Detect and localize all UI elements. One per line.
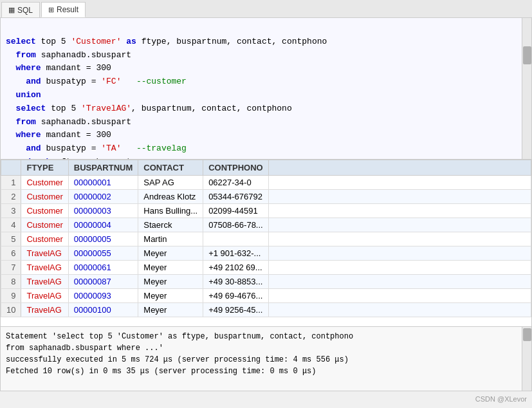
status-line4: Fetched 10 row(s) in 0 ms 35 μs (server … bbox=[6, 367, 316, 376]
cell-buspartnum: 00000087 bbox=[68, 275, 138, 289]
cell-contact: Meyer bbox=[138, 289, 203, 303]
status-scrollbar-thumb bbox=[523, 328, 531, 341]
cell-ftype: Customer bbox=[21, 218, 68, 232]
cell-ftype: Customer bbox=[21, 190, 68, 204]
table-row: 9TravelAG00000093Meyer+49 69-4676... bbox=[1, 289, 531, 303]
cell-row-num: 9 bbox=[1, 289, 21, 303]
result-table: FTYPE BUSPARTNUM CONTACT CONTPHONO 1Cust… bbox=[1, 160, 531, 317]
status-pane: Statement 'select top 5 'Customer' as ft… bbox=[0, 327, 532, 391]
status-scrollbar[interactable] bbox=[522, 327, 531, 391]
cell-ftype: Customer bbox=[21, 204, 68, 218]
cell-ftype: TravelAG bbox=[21, 261, 68, 275]
cell-buspartnum: 00000004 bbox=[68, 218, 138, 232]
cell-contphono bbox=[203, 232, 269, 246]
cell-contact: Andreas Klotz bbox=[138, 190, 203, 204]
table-row: 3Customer00000003Hans Bulling...02099-44… bbox=[1, 204, 531, 218]
cell-buspartnum: 00000093 bbox=[68, 289, 138, 303]
sql-scrollbar-thumb bbox=[523, 46, 531, 64]
cell-extra bbox=[268, 190, 531, 204]
cell-contact: Meyer bbox=[138, 246, 203, 261]
cell-row-num: 4 bbox=[1, 218, 21, 232]
cell-row-num: 7 bbox=[1, 261, 21, 275]
cell-extra bbox=[268, 218, 531, 232]
sql-scrollbar[interactable] bbox=[522, 18, 531, 159]
cell-extra bbox=[268, 204, 531, 218]
sql-editor[interactable]: select top 5 'Customer' as ftype, buspar… bbox=[0, 18, 532, 160]
result-table-pane[interactable]: FTYPE BUSPARTNUM CONTACT CONTPHONO 1Cust… bbox=[0, 160, 532, 327]
tab-bar: ▦ SQL ⊞ Result bbox=[0, 0, 532, 18]
col-header-extra bbox=[268, 160, 531, 176]
tab-sql[interactable]: ▦ SQL bbox=[1, 2, 40, 17]
table-row: 8TravelAG00000087Meyer+49 30-8853... bbox=[1, 275, 531, 289]
cell-ftype: TravelAG bbox=[21, 303, 68, 317]
col-header-num bbox=[1, 160, 21, 176]
cell-ftype: Customer bbox=[21, 232, 68, 246]
cell-contact: Martin bbox=[138, 232, 203, 246]
cell-contphono: 02099-44591 bbox=[203, 204, 269, 218]
cell-row-num: 6 bbox=[1, 246, 21, 261]
tab-result[interactable]: ⊞ Result bbox=[41, 2, 86, 17]
col-header-contphono: CONTPHONO bbox=[203, 160, 269, 176]
cell-buspartnum: 00000003 bbox=[68, 204, 138, 218]
table-row: 10TravelAG00000100Meyer+49 9256-45... bbox=[1, 303, 531, 317]
status-line3: successfully executed in 5 ms 724 μs (se… bbox=[6, 355, 349, 364]
cell-extra bbox=[268, 275, 531, 289]
cell-extra bbox=[268, 232, 531, 246]
cell-extra bbox=[268, 176, 531, 190]
col-header-contact: CONTACT bbox=[138, 160, 203, 176]
col-header-buspartnum: BUSPARTNUM bbox=[68, 160, 138, 176]
cell-contphono: +49 9256-45... bbox=[203, 303, 269, 317]
table-row: 2Customer00000002Andreas Klotz05344-6767… bbox=[1, 190, 531, 204]
cell-contphono: +49 69-4676... bbox=[203, 289, 269, 303]
cell-buspartnum: 00000001 bbox=[68, 176, 138, 190]
cell-extra bbox=[268, 261, 531, 275]
cell-row-num: 10 bbox=[1, 303, 21, 317]
cell-contphono: 07508-66-78... bbox=[203, 218, 269, 232]
result-icon: ⊞ bbox=[48, 6, 54, 14]
cell-buspartnum: 00000002 bbox=[68, 190, 138, 204]
cell-row-num: 8 bbox=[1, 275, 21, 289]
table-header-row: FTYPE BUSPARTNUM CONTACT CONTPHONO bbox=[1, 160, 531, 176]
table-row: 6TravelAG00000055Meyer+1 901-632-... bbox=[1, 246, 531, 261]
cell-contact: Meyer bbox=[138, 261, 203, 275]
cell-contphono: 06227-34-0 bbox=[203, 176, 269, 190]
cell-contphono: +1 901-632-... bbox=[203, 246, 269, 261]
cell-contact: Meyer bbox=[138, 275, 203, 289]
col-header-ftype: FTYPE bbox=[21, 160, 68, 176]
status-line2: from saphanadb.sbuspart where ...' bbox=[6, 344, 163, 353]
cell-contphono: +49 30-8853... bbox=[203, 275, 269, 289]
table-row: 1Customer00000001SAP AG06227-34-0 bbox=[1, 176, 531, 190]
cell-row-num: 3 bbox=[1, 204, 21, 218]
cell-extra bbox=[268, 289, 531, 303]
cell-buspartnum: 00000061 bbox=[68, 261, 138, 275]
cell-extra bbox=[268, 303, 531, 317]
cell-ftype: TravelAG bbox=[21, 289, 68, 303]
cell-contact: SAP AG bbox=[138, 176, 203, 190]
cell-contact: Staerck bbox=[138, 218, 203, 232]
cell-buspartnum: 00000055 bbox=[68, 246, 138, 261]
cell-extra bbox=[268, 246, 531, 261]
cell-row-num: 1 bbox=[1, 176, 21, 190]
cell-row-num: 5 bbox=[1, 232, 21, 246]
cell-contact: Hans Bulling... bbox=[138, 204, 203, 218]
table-row: 7TravelAG00000061Meyer+49 2102 69... bbox=[1, 261, 531, 275]
cell-ftype: TravelAG bbox=[21, 275, 68, 289]
table-row: 4Customer00000004Staerck07508-66-78... bbox=[1, 218, 531, 232]
cell-ftype: Customer bbox=[21, 176, 68, 190]
cell-row-num: 2 bbox=[1, 190, 21, 204]
watermark: CSDN @XLevor bbox=[475, 395, 527, 403]
cell-contact: Meyer bbox=[138, 303, 203, 317]
status-line1: Statement 'select top 5 'Customer' as ft… bbox=[6, 332, 353, 341]
table-row: 5Customer00000005Martin bbox=[1, 232, 531, 246]
cell-buspartnum: 00000005 bbox=[68, 232, 138, 246]
sql-icon: ▦ bbox=[8, 6, 15, 14]
cell-contphono: 05344-676792 bbox=[203, 190, 269, 204]
cell-contphono: +49 2102 69... bbox=[203, 261, 269, 275]
cell-ftype: TravelAG bbox=[21, 246, 68, 261]
cell-buspartnum: 00000100 bbox=[68, 303, 138, 317]
